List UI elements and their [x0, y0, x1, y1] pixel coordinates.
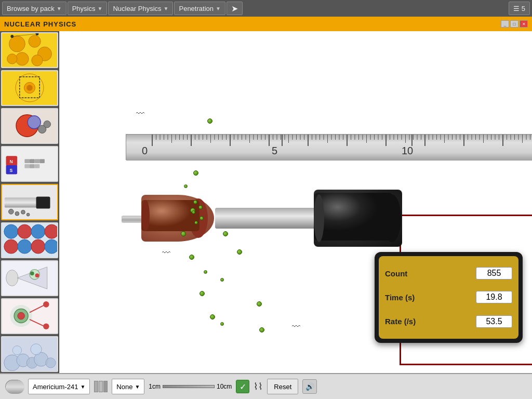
time-value: 19.8 [476, 291, 512, 303]
bottom-toolbar: Americium-241 ▼ None ▼ 1cm 10cm ✓ ⌇⌇ Res… [0, 373, 532, 399]
sidebar: N S [0, 31, 59, 373]
svg-point-53 [30, 271, 34, 275]
browse-arrow-icon: ▼ [57, 6, 62, 11]
sidebar-item-bubbles[interactable] [1, 336, 58, 372]
svg-rect-33 [35, 164, 40, 168]
source-dropdown[interactable]: Americium-241 ▼ [28, 379, 90, 394]
window-controls: _ □ ✕ [501, 20, 528, 28]
top-nav: Browse by pack ▼ Physics ▼ Nuclear Physi… [0, 0, 532, 17]
svg-point-180 [141, 200, 150, 231]
browse-by-pack-btn[interactable]: Browse by pack ▼ [2, 2, 66, 15]
particle-11 [237, 249, 242, 255]
svg-text:S: S [9, 168, 12, 174]
svg-text:5: 5 [272, 145, 277, 156]
particle-9 [210, 314, 215, 320]
svg-rect-35 [5, 197, 37, 207]
svg-point-44 [31, 224, 45, 238]
browse-label: Browse by pack [7, 5, 55, 12]
svg-text:0: 0 [142, 145, 148, 156]
svg-point-47 [18, 240, 32, 254]
svg-rect-184 [314, 193, 393, 241]
particle-6 [189, 255, 194, 260]
sidebar-item-atoms[interactable] [1, 32, 58, 68]
svg-point-45 [45, 224, 57, 238]
svg-point-5 [32, 55, 43, 66]
svg-rect-179 [141, 200, 200, 231]
share-btn[interactable]: ➤ [227, 2, 243, 15]
svg-text:10: 10 [402, 145, 413, 156]
minimize-btn[interactable]: _ [501, 20, 509, 28]
main-content: N S [0, 31, 532, 373]
source-dropdown-arrow: ▼ [80, 384, 85, 390]
close-btn[interactable]: ✕ [520, 20, 528, 28]
svg-text:N: N [9, 159, 12, 164]
particle-14 [259, 327, 264, 332]
maximize-btn[interactable]: □ [510, 20, 518, 28]
svg-point-43 [18, 224, 32, 238]
material-stack-icon [94, 381, 108, 392]
ruler: 0 5 10 /* ticks drawn via JS below */ [126, 134, 532, 160]
svg-point-38 [15, 211, 19, 216]
nuclear-label: Nuclear Physics [113, 5, 161, 12]
svg-point-39 [21, 210, 25, 214]
data-display-panel: Count 855 Time (s) 19.8 Rate (/s) 53.5 [375, 252, 523, 343]
svg-rect-186 [6, 380, 24, 394]
time-label: Time (s) [385, 293, 415, 302]
svg-point-48 [31, 240, 45, 254]
speaker-icon: 🔊 [305, 382, 314, 391]
sidebar-item-nucleus[interactable] [1, 70, 58, 106]
svg-point-6 [7, 54, 17, 64]
sidebar-item-lattice[interactable] [1, 222, 58, 258]
physics-btn[interactable]: Physics ▼ [68, 2, 108, 15]
count-row: Count 855 [385, 267, 512, 280]
sidebar-item-nucleon[interactable] [1, 108, 58, 144]
rate-label: Rate (/s) [385, 317, 416, 326]
reset-button[interactable]: Reset [267, 379, 298, 394]
sidebar-item-decay[interactable] [1, 298, 58, 334]
svg-rect-29 [35, 159, 40, 164]
particle-8 [200, 291, 205, 296]
window-title: NUCLEAR PHYSICS [4, 20, 76, 28]
svg-point-66 [46, 358, 56, 368]
penetration-label: Penetration [179, 5, 214, 12]
svg-point-46 [4, 240, 18, 254]
detector-cylinder [314, 190, 402, 247]
squiggle-1: 〰 [162, 248, 170, 258]
scale-right-label: 10cm [217, 383, 232, 390]
svg-point-9 [36, 32, 39, 35]
particle-3 [184, 184, 188, 188]
count-label: Count [385, 269, 407, 278]
particle-12 [220, 278, 224, 282]
svg-rect-28 [30, 159, 35, 164]
material-dropdown[interactable]: None ▼ [112, 379, 144, 394]
particle-15 [220, 322, 224, 326]
svg-point-4 [16, 52, 29, 65]
physics-arrow-icon: ▼ [97, 6, 102, 11]
wave-icon[interactable]: ⌇⌇ [254, 381, 263, 392]
nuclear-btn[interactable]: Nuclear Physics ▼ [108, 2, 173, 15]
svg-point-42 [4, 224, 18, 238]
sidebar-item-penetration[interactable] [1, 184, 58, 220]
squiggle-3: 〰 [136, 109, 144, 118]
svg-point-8 [10, 35, 14, 38]
show-checkbox[interactable]: ✓ [236, 380, 249, 393]
squiggle-2: 〰 [292, 322, 300, 331]
particle-13 [257, 301, 262, 307]
svg-rect-32 [30, 164, 35, 168]
svg-point-1 [9, 36, 25, 52]
particle-7 [204, 270, 207, 274]
sidebar-item-magnets[interactable]: N S [1, 146, 58, 182]
scale-bar: 1cm 10cm [149, 383, 232, 390]
particle-2 [193, 170, 198, 176]
sidebar-item-scatter[interactable] [1, 260, 58, 296]
rate-value: 53.5 [476, 315, 512, 328]
physics-label: Physics [72, 5, 96, 12]
material-dropdown-label: None [116, 383, 132, 391]
nuclear-arrow-icon: ▼ [164, 6, 169, 11]
scale-line [163, 385, 215, 388]
svg-point-60 [43, 323, 49, 329]
svg-point-14 [26, 85, 33, 91]
sound-btn[interactable]: 🔊 [302, 379, 317, 394]
svg-rect-30 [39, 159, 45, 164]
penetration-btn[interactable]: Penetration ▼ [174, 2, 225, 15]
